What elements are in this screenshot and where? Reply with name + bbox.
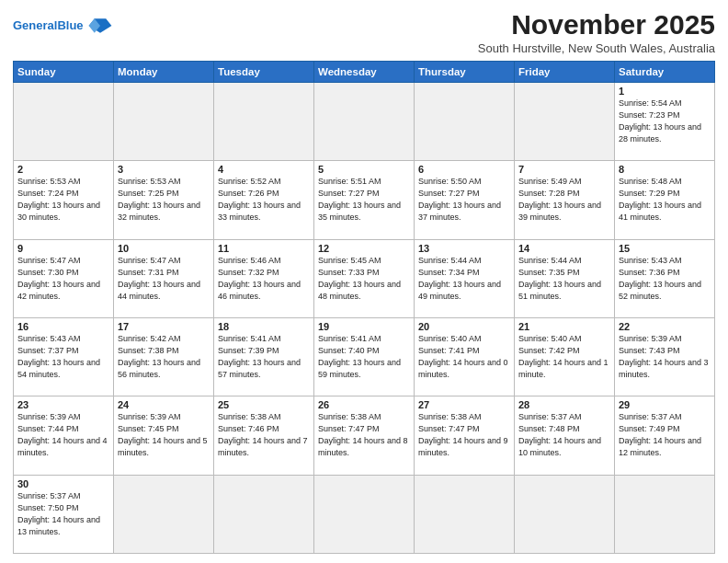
- weekday-header-thursday: Thursday: [415, 62, 515, 83]
- day-cell: 7Sunrise: 5:49 AM Sunset: 7:28 PM Daylig…: [515, 161, 615, 239]
- day-info: Sunrise: 5:46 AM Sunset: 7:32 PM Dayligh…: [218, 255, 310, 303]
- day-cell: 2Sunrise: 5:53 AM Sunset: 7:24 PM Daylig…: [14, 161, 114, 239]
- day-info: Sunrise: 5:42 AM Sunset: 7:38 PM Dayligh…: [118, 333, 210, 381]
- day-number: 4: [218, 164, 310, 175]
- day-number: 10: [118, 243, 210, 254]
- weekday-header-monday: Monday: [114, 62, 214, 83]
- day-info: Sunrise: 5:41 AM Sunset: 7:39 PM Dayligh…: [218, 333, 310, 381]
- day-info: Sunrise: 5:47 AM Sunset: 7:31 PM Dayligh…: [118, 255, 210, 303]
- day-info: Sunrise: 5:38 AM Sunset: 7:47 PM Dayligh…: [318, 411, 410, 459]
- day-number: 7: [518, 164, 610, 175]
- day-number: 3: [118, 164, 210, 175]
- day-cell: 16Sunrise: 5:43 AM Sunset: 7:37 PM Dayli…: [14, 317, 114, 396]
- day-number: 28: [518, 399, 610, 410]
- day-info: Sunrise: 5:49 AM Sunset: 7:28 PM Dayligh…: [518, 176, 610, 224]
- weekday-header-saturday: Saturday: [615, 62, 715, 83]
- day-cell: 6Sunrise: 5:50 AM Sunset: 7:27 PM Daylig…: [415, 161, 515, 239]
- day-info: Sunrise: 5:37 AM Sunset: 7:49 PM Dayligh…: [619, 411, 711, 459]
- day-info: Sunrise: 5:39 AM Sunset: 7:44 PM Dayligh…: [17, 411, 109, 459]
- day-info: Sunrise: 5:47 AM Sunset: 7:30 PM Dayligh…: [17, 255, 109, 303]
- day-number: 21: [518, 321, 610, 332]
- day-number: 5: [318, 164, 410, 175]
- day-number: 26: [318, 399, 410, 410]
- logo-general: General: [13, 18, 57, 32]
- weekday-header-wednesday: Wednesday: [314, 62, 415, 83]
- day-number: 15: [619, 243, 711, 254]
- day-info: Sunrise: 5:40 AM Sunset: 7:42 PM Dayligh…: [518, 333, 610, 381]
- weekday-header-row: SundayMondayTuesdayWednesdayThursdayFrid…: [14, 62, 715, 83]
- day-cell: [415, 475, 515, 553]
- day-cell: [515, 475, 615, 553]
- day-info: Sunrise: 5:53 AM Sunset: 7:24 PM Dayligh…: [17, 176, 109, 224]
- day-info: Sunrise: 5:44 AM Sunset: 7:35 PM Dayligh…: [518, 255, 610, 303]
- day-cell: [415, 83, 515, 161]
- week-row-5: 23Sunrise: 5:39 AM Sunset: 7:44 PM Dayli…: [14, 396, 715, 475]
- calendar-title: November 2025: [478, 9, 715, 40]
- day-cell: 19Sunrise: 5:41 AM Sunset: 7:40 PM Dayli…: [314, 317, 415, 396]
- day-info: Sunrise: 5:52 AM Sunset: 7:26 PM Dayligh…: [218, 176, 310, 224]
- calendar-subtitle: South Hurstville, New South Wales, Austr…: [478, 41, 715, 55]
- day-number: 6: [418, 164, 510, 175]
- day-info: Sunrise: 5:45 AM Sunset: 7:33 PM Dayligh…: [318, 255, 410, 303]
- day-cell: [214, 83, 314, 161]
- day-number: 8: [619, 164, 711, 175]
- page: GeneralBlue November 2025 South Hurstvil…: [0, 0, 728, 563]
- day-cell: 3Sunrise: 5:53 AM Sunset: 7:25 PM Daylig…: [114, 161, 214, 239]
- day-info: Sunrise: 5:38 AM Sunset: 7:47 PM Dayligh…: [418, 411, 510, 459]
- day-number: 14: [518, 243, 610, 254]
- day-cell: 23Sunrise: 5:39 AM Sunset: 7:44 PM Dayli…: [14, 396, 114, 475]
- day-cell: 15Sunrise: 5:43 AM Sunset: 7:36 PM Dayli…: [615, 239, 715, 317]
- day-number: 16: [17, 321, 109, 332]
- week-row-4: 16Sunrise: 5:43 AM Sunset: 7:37 PM Dayli…: [14, 317, 715, 396]
- logo-blue: Blue: [57, 18, 83, 32]
- day-cell: [314, 83, 415, 161]
- day-number: 12: [318, 243, 410, 254]
- day-info: Sunrise: 5:41 AM Sunset: 7:40 PM Dayligh…: [318, 333, 410, 381]
- day-number: 29: [619, 399, 711, 410]
- day-cell: 9Sunrise: 5:47 AM Sunset: 7:30 PM Daylig…: [14, 239, 114, 317]
- day-number: 20: [418, 321, 510, 332]
- day-cell: 11Sunrise: 5:46 AM Sunset: 7:32 PM Dayli…: [214, 239, 314, 317]
- day-info: Sunrise: 5:38 AM Sunset: 7:46 PM Dayligh…: [218, 411, 310, 459]
- day-info: Sunrise: 5:43 AM Sunset: 7:36 PM Dayligh…: [619, 255, 711, 303]
- day-number: 30: [17, 478, 109, 489]
- day-cell: [615, 475, 715, 553]
- calendar-table: SundayMondayTuesdayWednesdayThursdayFrid…: [13, 61, 715, 554]
- day-cell: [114, 83, 214, 161]
- day-cell: 28Sunrise: 5:37 AM Sunset: 7:48 PM Dayli…: [515, 396, 615, 475]
- day-cell: [14, 83, 114, 161]
- day-info: Sunrise: 5:37 AM Sunset: 7:50 PM Dayligh…: [17, 490, 109, 538]
- day-number: 1: [619, 86, 711, 97]
- day-number: 2: [17, 164, 109, 175]
- week-row-3: 9Sunrise: 5:47 AM Sunset: 7:30 PM Daylig…: [14, 239, 715, 317]
- day-cell: 13Sunrise: 5:44 AM Sunset: 7:34 PM Dayli…: [415, 239, 515, 317]
- header: GeneralBlue November 2025 South Hurstvil…: [13, 9, 715, 55]
- day-cell: 30Sunrise: 5:37 AM Sunset: 7:50 PM Dayli…: [14, 475, 114, 553]
- day-cell: 1Sunrise: 5:54 AM Sunset: 7:23 PM Daylig…: [615, 83, 715, 161]
- day-number: 17: [118, 321, 210, 332]
- day-cell: 22Sunrise: 5:39 AM Sunset: 7:43 PM Dayli…: [615, 317, 715, 396]
- day-cell: 26Sunrise: 5:38 AM Sunset: 7:47 PM Dayli…: [314, 396, 415, 475]
- day-cell: 29Sunrise: 5:37 AM Sunset: 7:49 PM Dayli…: [615, 396, 715, 475]
- day-number: 18: [218, 321, 310, 332]
- day-cell: 25Sunrise: 5:38 AM Sunset: 7:46 PM Dayli…: [214, 396, 314, 475]
- day-number: 11: [218, 243, 310, 254]
- day-cell: 4Sunrise: 5:52 AM Sunset: 7:26 PM Daylig…: [214, 161, 314, 239]
- day-info: Sunrise: 5:50 AM Sunset: 7:27 PM Dayligh…: [418, 176, 510, 224]
- logo: GeneralBlue: [13, 13, 113, 39]
- day-cell: 10Sunrise: 5:47 AM Sunset: 7:31 PM Dayli…: [114, 239, 214, 317]
- week-row-6: 30Sunrise: 5:37 AM Sunset: 7:50 PM Dayli…: [14, 475, 715, 553]
- day-info: Sunrise: 5:39 AM Sunset: 7:43 PM Dayligh…: [619, 333, 711, 381]
- day-info: Sunrise: 5:40 AM Sunset: 7:41 PM Dayligh…: [418, 333, 510, 381]
- day-cell: 18Sunrise: 5:41 AM Sunset: 7:39 PM Dayli…: [214, 317, 314, 396]
- day-info: Sunrise: 5:37 AM Sunset: 7:48 PM Dayligh…: [518, 411, 610, 459]
- day-cell: 20Sunrise: 5:40 AM Sunset: 7:41 PM Dayli…: [415, 317, 515, 396]
- day-number: 24: [118, 399, 210, 410]
- weekday-header-friday: Friday: [515, 62, 615, 83]
- day-cell: [314, 475, 415, 553]
- day-number: 25: [218, 399, 310, 410]
- day-cell: 8Sunrise: 5:48 AM Sunset: 7:29 PM Daylig…: [615, 161, 715, 239]
- day-cell: 12Sunrise: 5:45 AM Sunset: 7:33 PM Dayli…: [314, 239, 415, 317]
- day-cell: [114, 475, 214, 553]
- day-info: Sunrise: 5:43 AM Sunset: 7:37 PM Dayligh…: [17, 333, 109, 381]
